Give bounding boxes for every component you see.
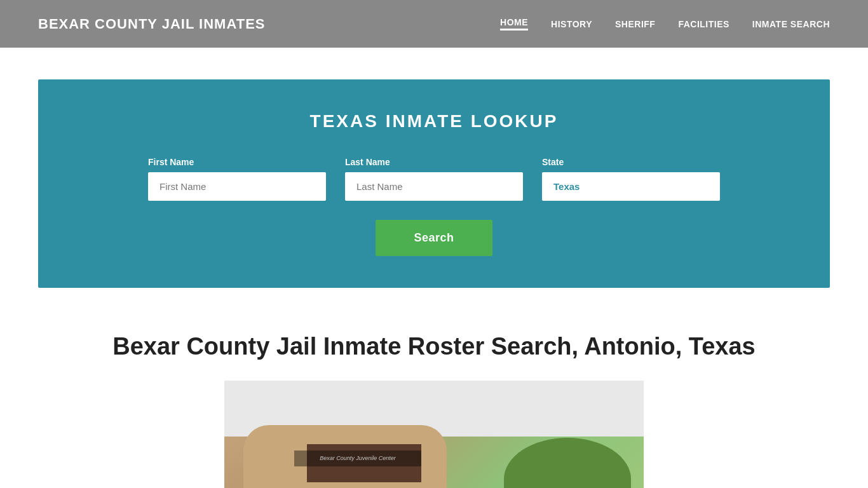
last-name-input[interactable] bbox=[345, 172, 523, 201]
building-illustration: Bexar County Juvenile Center bbox=[224, 381, 644, 488]
nav-item-history[interactable]: HISTORY bbox=[551, 19, 592, 29]
main-nav: HOME HISTORY SHERIFF FACILITIES INMATE S… bbox=[500, 17, 830, 30]
last-name-group: Last Name bbox=[345, 157, 523, 201]
building-sign-text: Bexar County Juvenile Center bbox=[320, 455, 396, 461]
search-button[interactable]: Search bbox=[376, 220, 492, 256]
lookup-form-row: First Name Last Name State bbox=[76, 157, 792, 201]
state-group: State bbox=[542, 157, 720, 201]
first-name-group: First Name bbox=[148, 157, 326, 201]
last-name-label: Last Name bbox=[345, 157, 523, 167]
tree-1 bbox=[504, 438, 631, 488]
state-input[interactable] bbox=[542, 172, 720, 201]
nav-item-inmate-search[interactable]: INMATE SEARCH bbox=[752, 19, 830, 29]
first-name-label: First Name bbox=[148, 157, 326, 167]
search-row: Search bbox=[76, 220, 792, 256]
page-heading: Bexar County Jail Inmate Roster Search, … bbox=[38, 332, 830, 362]
building-image: Bexar County Juvenile Center bbox=[224, 381, 644, 488]
main-content: Bexar County Jail Inmate Roster Search, … bbox=[0, 320, 868, 488]
building-sign: Bexar County Juvenile Center bbox=[294, 451, 421, 466]
building-body: Bexar County Juvenile Center bbox=[243, 425, 447, 488]
site-header: BEXAR COUNTY JAIL INMATES HOME HISTORY S… bbox=[0, 0, 868, 48]
first-name-input[interactable] bbox=[148, 172, 326, 201]
lookup-title: TEXAS INMATE LOOKUP bbox=[76, 111, 792, 132]
nav-item-home[interactable]: HOME bbox=[500, 17, 528, 30]
nav-item-sheriff[interactable]: SHERIFF bbox=[615, 19, 655, 29]
nav-item-facilities[interactable]: FACILITIES bbox=[678, 19, 729, 29]
site-title: BEXAR COUNTY JAIL INMATES bbox=[38, 16, 265, 32]
inmate-lookup-section: TEXAS INMATE LOOKUP First Name Last Name… bbox=[38, 79, 830, 288]
state-label: State bbox=[542, 157, 720, 167]
